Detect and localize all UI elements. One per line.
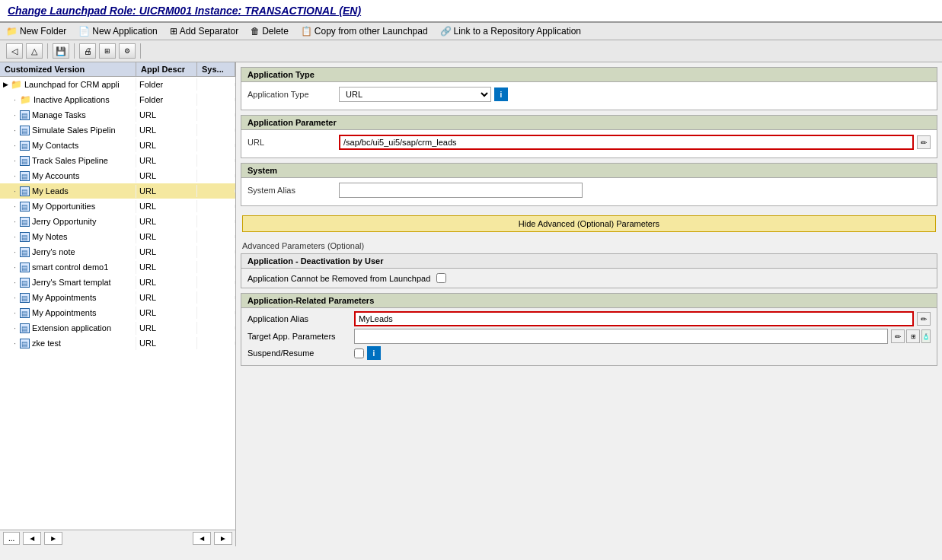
print-button[interactable]: 🖨 xyxy=(79,43,96,59)
tree-item-sys xyxy=(197,83,235,86)
cannot-remove-checkbox[interactable] xyxy=(436,273,446,283)
advanced-parameters-section: Advanced Parameters (Optional) Applicati… xyxy=(241,241,937,366)
target-params-input[interactable] xyxy=(354,329,888,344)
tree-item-name: · ▤ My Appointments xyxy=(0,307,136,320)
list-item[interactable]: · ▤ Jerry Opportunity URL xyxy=(0,214,235,229)
bullet-icon: · xyxy=(14,323,16,332)
item-label: My Contacts xyxy=(32,141,78,150)
app-icon: ▤ xyxy=(20,293,30,303)
expand-icon: ▶ xyxy=(3,81,8,88)
main-toolbar: 📁 New Folder 📄 New Application ⊞ Add Sep… xyxy=(0,23,942,40)
alias-edit-button[interactable]: ✏ xyxy=(917,312,931,326)
list-item[interactable]: · ▤ Jerry's note URL xyxy=(0,244,235,259)
list-item[interactable]: · ▤ My Appointments URL xyxy=(0,305,235,320)
link-to-button[interactable]: 🔗 Link to a Repository Application xyxy=(440,26,581,37)
nav-next-button[interactable]: ► xyxy=(44,532,62,545)
list-item[interactable]: · ▤ My Notes URL xyxy=(0,229,235,244)
list-item[interactable]: · ▤ My Appointments URL xyxy=(0,290,235,305)
new-application-button[interactable]: 📄 New Application xyxy=(78,26,157,37)
item-label: My Accounts xyxy=(32,171,79,180)
app-param-body: URL ✏ xyxy=(241,130,937,158)
url-input[interactable] xyxy=(339,135,914,150)
list-item[interactable]: · ▤ Jerry's Smart templat URL xyxy=(0,275,235,290)
tree-item-sys xyxy=(197,98,235,101)
nav-up-button[interactable]: △ xyxy=(26,43,43,59)
list-item[interactable]: · ▤ zke test URL xyxy=(0,336,235,351)
bullet-icon: · xyxy=(14,262,16,272)
bullet-icon: · xyxy=(14,247,16,256)
list-item[interactable]: · ▤ My Opportunities URL xyxy=(0,199,235,214)
system-alias-input[interactable] xyxy=(339,183,583,198)
tree-item-sys xyxy=(197,266,235,269)
item-label: Jerry Opportunity xyxy=(32,217,96,226)
grid-button[interactable]: ⊞ xyxy=(99,43,116,59)
bullet-icon: · xyxy=(14,217,16,226)
app-icon: ▤ xyxy=(20,323,30,333)
list-item[interactable]: · ▤ smart control demo1 URL xyxy=(0,259,235,275)
list-item[interactable]: · ▤ Manage Tasks URL xyxy=(0,107,235,123)
app-icon: ▤ xyxy=(20,110,30,120)
list-item[interactable]: · 📁 Inactive Applications Folder xyxy=(0,92,235,107)
tree-col-appl: Appl Descr xyxy=(136,62,197,76)
nav-back-button[interactable]: ◁ xyxy=(6,43,23,59)
tree-item-appl: URL xyxy=(136,337,197,349)
item-label: My Opportunities xyxy=(32,202,95,211)
application-parameter-section: Application Parameter URL ✏ xyxy=(241,115,937,158)
list-item[interactable]: ▶ 📁 Launchpad for CRM appli Folder xyxy=(0,77,235,92)
nav-more-button[interactable]: ... xyxy=(3,532,20,545)
tree-item-sys xyxy=(197,159,235,162)
qr-button[interactable]: ⊞ xyxy=(906,329,920,343)
app-alias-input[interactable] xyxy=(354,311,914,326)
application-type-select[interactable]: URL BSP WDA TR xyxy=(339,87,491,102)
bottle-button[interactable]: 🧴 xyxy=(921,329,931,343)
target-edit-button[interactable]: ✏ xyxy=(891,329,905,343)
save-button[interactable]: 💾 xyxy=(53,43,69,59)
nav-more2-button[interactable]: ◄ xyxy=(193,532,211,545)
suspend-resume-info-button[interactable]: i xyxy=(367,346,381,360)
list-item[interactable]: · ▤ Extension application URL xyxy=(0,320,235,336)
hide-advanced-button[interactable]: Hide Advanced (Optional) Parameters xyxy=(242,215,936,232)
item-label: My Notes xyxy=(32,232,67,241)
related-params-box: Application-Related Parameters Applicati… xyxy=(241,293,937,366)
tree-item-name: · ▤ Jerry Opportunity xyxy=(0,215,136,228)
bullet-icon: · xyxy=(14,141,16,150)
item-label: Launchpad for CRM appli xyxy=(24,80,120,89)
tree-item-name: · ▤ zke test xyxy=(0,337,136,350)
app-alias-buttons: ✏ xyxy=(917,312,931,326)
tree-item-appl: URL xyxy=(136,170,197,182)
nav-next2-button[interactable]: ► xyxy=(214,532,232,545)
nav-prev-button[interactable]: ◄ xyxy=(23,532,41,545)
item-label: zke test xyxy=(32,339,61,348)
new-folder-button[interactable]: 📁 New Folder xyxy=(6,26,66,37)
system-header: System xyxy=(241,164,937,178)
app-icon: ▤ xyxy=(20,156,30,166)
tree-item-sys xyxy=(197,311,235,314)
copy-from-label: Copy from other Launchpad xyxy=(315,26,428,37)
add-separator-button[interactable]: ⊞ Add Separator xyxy=(170,26,238,37)
tree-item-sys xyxy=(197,342,235,345)
url-edit-button[interactable]: ✏ xyxy=(917,135,931,149)
list-item[interactable]: · ▤ My Accounts URL xyxy=(0,168,235,183)
app-icon: ▤ xyxy=(20,339,30,348)
list-item[interactable]: · ▤ Track Sales Pipeline URL xyxy=(0,153,235,168)
tree-col-sys: Sys... xyxy=(197,62,235,76)
copy-from-button[interactable]: 📋 Copy from other Launchpad xyxy=(301,26,428,37)
delete-button[interactable]: 🗑 Delete xyxy=(251,26,289,37)
settings-button[interactable]: ⚙ xyxy=(119,43,136,59)
list-item[interactable]: · ▤ My Contacts URL xyxy=(0,138,235,153)
suspend-resume-checkbox[interactable] xyxy=(354,348,364,358)
list-item[interactable]: · ▤ My Leads URL xyxy=(0,183,235,199)
app-type-info-button[interactable]: i xyxy=(494,88,508,101)
cannot-remove-label: Application Cannot be Removed from Launc… xyxy=(247,274,430,283)
app-icon: ▤ xyxy=(20,262,30,272)
list-item[interactable]: · ▤ Simulate Sales Pipelin URL xyxy=(0,123,235,138)
tree-item-sys xyxy=(197,113,235,116)
tree-item-appl: URL xyxy=(136,322,197,334)
app-icon: ▤ xyxy=(20,186,30,196)
related-params-body: Application Alias ✏ Target App. Paramete… xyxy=(241,308,937,365)
tree-item-appl: Folder xyxy=(136,94,197,106)
tree-item-name: · ▤ My Notes xyxy=(0,231,136,243)
target-params-row: Target App. Parameters ✏ ⊞ 🧴 xyxy=(247,329,931,344)
tree-item-appl: URL xyxy=(136,139,197,151)
add-separator-label: Add Separator xyxy=(180,26,238,37)
